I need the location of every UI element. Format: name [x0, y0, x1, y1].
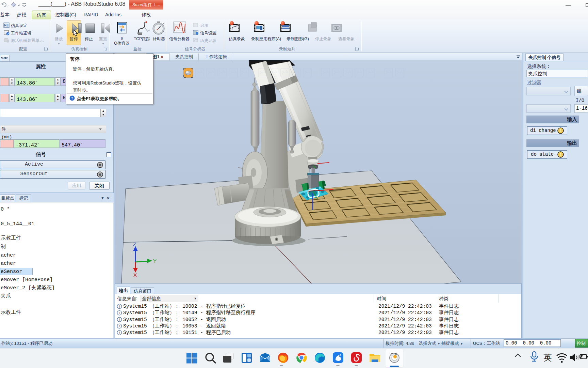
svg-text:i: i	[119, 305, 120, 308]
svg-text:0: 0	[99, 173, 101, 177]
svg-text:0: 0	[99, 163, 101, 167]
svg-text:Z: Z	[133, 241, 136, 247]
svg-text:Y: Y	[153, 258, 157, 264]
svg-text:X: X	[133, 272, 137, 278]
svg-text:1: 1	[559, 129, 562, 134]
svg-text:英: 英	[543, 353, 552, 362]
svg-text:?: ?	[71, 96, 73, 100]
svg-text:i: i	[119, 318, 120, 321]
svg-text:1: 1	[559, 153, 562, 157]
svg-text:i: i	[119, 324, 120, 328]
svg-text:i: i	[119, 311, 120, 315]
svg-text:i: i	[119, 331, 120, 335]
